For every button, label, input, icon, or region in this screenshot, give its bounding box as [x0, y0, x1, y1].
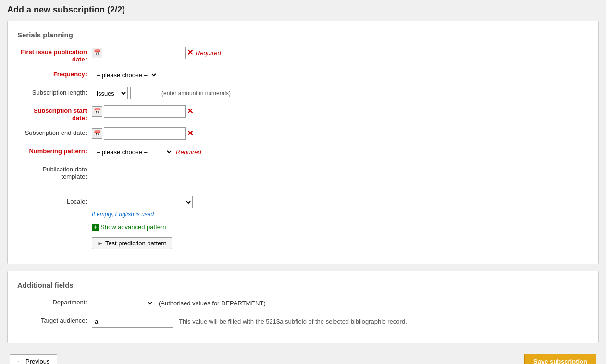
locale-select[interactable] [92, 196, 193, 208]
first-issue-controls: 📅 ✕ Required [92, 47, 221, 59]
department-hint: (Authorised values for DEPARTMENT) [159, 300, 266, 307]
subscription-end-controls: 📅 ✕ [92, 127, 193, 140]
department-label: Department: [17, 297, 92, 306]
test-prediction-row: ► Test prediction pattern [92, 237, 589, 249]
numbering-pattern-row: Numbering pattern: – please choose – Num… [17, 146, 589, 158]
subscription-length-row: Subscription length: issues weeks months… [17, 87, 589, 99]
subscription-length-hint: (enter amount in numerals) [161, 90, 231, 97]
frequency-label: Frequency: [17, 69, 92, 78]
numbering-pattern-label: Numbering pattern: [17, 146, 92, 155]
pub-date-template-controls [92, 164, 173, 190]
advanced-pattern-plus-icon: + [92, 224, 99, 231]
subscription-length-controls: issues weeks months (enter amount in num… [92, 87, 231, 99]
advanced-pattern-row: + Show advanced pattern [92, 223, 589, 231]
subscription-start-date-input[interactable] [104, 105, 186, 118]
previous-label: Previous [25, 358, 50, 364]
subscription-length-label: Subscription length: [17, 87, 92, 96]
pub-date-template-label: Publication date template: [17, 164, 92, 180]
pub-date-template-textarea[interactable] [92, 164, 173, 190]
numbering-pattern-controls: – please choose – Number Volume, Number … [92, 146, 201, 158]
subscription-start-label: Subscription start date: [17, 105, 92, 121]
frequency-controls: – please choose – Daily Weekly Bi-weekly… [92, 69, 158, 81]
page-title: Add a new subscription (2/2) [7, 5, 599, 15]
first-issue-date-input[interactable] [104, 47, 186, 59]
subscription-end-label: Subscription end date: [17, 127, 92, 136]
target-audience-row: Target audience: This value will be fill… [17, 315, 589, 328]
first-issue-clear-btn[interactable]: ✕ [187, 49, 193, 57]
show-advanced-pattern-link[interactable]: + Show advanced pattern [92, 223, 166, 231]
previous-button[interactable]: ← Previous [10, 354, 57, 364]
first-issue-calendar-icon[interactable]: 📅 [92, 48, 102, 58]
serials-planning-section: Serials planning First issue publication… [7, 21, 599, 264]
first-issue-required-label: Required [196, 49, 221, 57]
serials-section-title: Serials planning [17, 31, 589, 39]
play-icon: ► [97, 240, 103, 247]
frequency-select[interactable]: – please choose – Daily Weekly Bi-weekly… [92, 69, 158, 81]
pub-date-template-row: Publication date template: [17, 164, 589, 190]
advanced-pattern-label: Show advanced pattern [100, 223, 166, 231]
locale-controls: If empty, English is used [92, 196, 193, 218]
subscription-start-controls: 📅 ✕ [92, 105, 193, 118]
first-issue-date-wrapper: 📅 ✕ [92, 47, 193, 59]
department-select[interactable] [92, 297, 154, 309]
subscription-end-row: Subscription end date: 📅 ✕ [17, 127, 589, 140]
subscription-start-calendar-icon[interactable]: 📅 [92, 106, 102, 117]
numbering-pattern-required-label: Required [176, 148, 201, 156]
subscription-length-input[interactable] [130, 87, 159, 99]
subscription-start-row: Subscription start date: 📅 ✕ [17, 105, 589, 121]
footer-bar: ← Previous Save subscription [7, 350, 599, 364]
target-audience-controls: This value will be filled with the 521$a… [92, 315, 407, 328]
subscription-end-clear-btn[interactable]: ✕ [187, 130, 193, 137]
locale-hint: If empty, English is used [92, 211, 154, 218]
locale-label: Locale: [17, 196, 92, 205]
arrow-left-icon: ← [17, 358, 23, 364]
target-audience-hint: This value will be filled with the 521$a… [179, 318, 407, 325]
subscription-length-unit-select[interactable]: issues weeks months [92, 87, 128, 99]
department-row: Department: (Authorised values for DEPAR… [17, 297, 589, 309]
department-controls: (Authorised values for DEPARTMENT) [92, 297, 266, 309]
locale-row: Locale: If empty, English is used [17, 196, 589, 218]
subscription-end-date-input[interactable] [104, 127, 186, 140]
additional-fields-section: Additional fields Department: (Authorise… [7, 271, 599, 343]
subscription-start-clear-btn[interactable]: ✕ [187, 108, 193, 115]
additional-section-title: Additional fields [17, 281, 589, 289]
first-issue-label: First issue publication date: [17, 47, 92, 63]
frequency-row: Frequency: – please choose – Daily Weekl… [17, 69, 589, 81]
test-prediction-button[interactable]: ► Test prediction pattern [92, 237, 172, 249]
subscription-start-date-wrapper: 📅 ✕ [92, 105, 193, 118]
test-prediction-label: Test prediction pattern [105, 240, 167, 247]
target-audience-label: Target audience: [17, 315, 92, 324]
subscription-end-calendar-icon[interactable]: 📅 [92, 128, 102, 139]
save-subscription-button[interactable]: Save subscription [524, 354, 596, 364]
target-audience-input[interactable] [92, 315, 173, 328]
numbering-pattern-select[interactable]: – please choose – Number Volume, Number … [92, 146, 173, 158]
save-label: Save subscription [533, 358, 587, 364]
subscription-end-date-wrapper: 📅 ✕ [92, 127, 193, 140]
first-issue-row: First issue publication date: 📅 ✕ Requir… [17, 47, 589, 63]
